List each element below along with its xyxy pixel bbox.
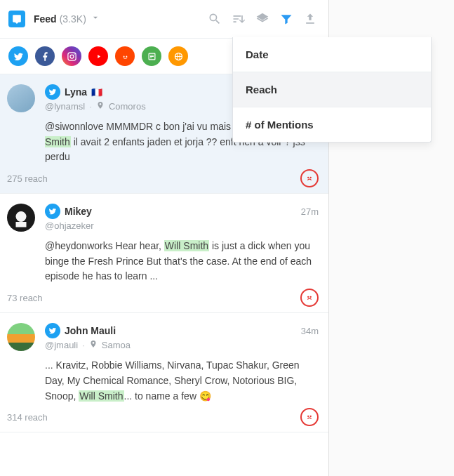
sentiment-negative-icon[interactable] <box>300 289 319 307</box>
svg-point-13 <box>310 177 311 178</box>
brand-icon[interactable] <box>8 11 25 27</box>
dropdown-item-date[interactable]: Date <box>233 37 431 72</box>
avatar[interactable] <box>7 323 35 351</box>
avatar[interactable] <box>7 204 35 232</box>
svg-rect-15 <box>16 222 27 227</box>
instagram-icon[interactable] <box>62 46 81 66</box>
feed-header: Feed (3.3K) <box>0 0 328 38</box>
filter-icon[interactable] <box>276 9 296 29</box>
reach-label: 275 reach <box>7 173 48 184</box>
sort-dropdown: Date Reach # of Mentions <box>232 37 432 143</box>
location-icon <box>96 101 105 112</box>
svg-point-4 <box>126 55 127 57</box>
dropdown-item-reach[interactable]: Reach <box>233 72 431 107</box>
svg-point-1 <box>70 55 74 58</box>
svg-point-19 <box>310 416 311 416</box>
search-icon[interactable] <box>205 9 225 29</box>
feed-count: (3.3K) <box>60 13 86 25</box>
avatar[interactable] <box>7 84 35 112</box>
chevron-down-icon[interactable] <box>91 13 100 25</box>
svg-point-3 <box>123 55 124 57</box>
location: Comoros <box>109 101 146 112</box>
reach-label: 314 reach <box>7 412 48 423</box>
display-name[interactable]: Mikey <box>65 206 92 217</box>
handle[interactable]: @lynamsl <box>45 101 85 112</box>
twitter-icon <box>45 204 60 219</box>
twitter-icon <box>45 323 60 338</box>
flag-icon: 🇫🇷 <box>91 87 102 98</box>
handle[interactable]: @ohjazeker <box>45 220 94 231</box>
reach-label: 73 reach <box>7 293 43 303</box>
location: Samoa <box>102 340 131 350</box>
sentiment-negative-icon[interactable] <box>300 408 319 426</box>
twitter-icon[interactable] <box>8 46 28 66</box>
highlight: Will Smith <box>79 390 123 402</box>
sort-icon[interactable] <box>229 9 248 29</box>
handle[interactable]: @jmauli <box>45 340 78 350</box>
news-icon[interactable] <box>142 46 161 66</box>
timestamp: 34m <box>301 326 319 336</box>
web-icon[interactable] <box>168 46 188 66</box>
svg-point-14 <box>16 211 27 222</box>
location-icon <box>89 340 98 350</box>
svg-point-16 <box>308 296 309 297</box>
right-panel: Date Reach # of Mentions <box>329 0 454 476</box>
svg-point-12 <box>308 177 309 178</box>
display-name[interactable]: Lyna <box>65 86 87 98</box>
post-body: @heydonworks Hear hear, Will Smith is ju… <box>45 239 319 284</box>
post-body: ... Kravitz, Robbie Williams, Nirvana, T… <box>45 358 319 404</box>
app-root: Feed (3.3K) <box>0 0 454 476</box>
svg-point-18 <box>308 416 309 416</box>
timestamp: 27m <box>301 206 319 217</box>
layers-icon[interactable] <box>253 9 272 29</box>
dropdown-item-mentions[interactable]: # of Mentions <box>233 107 431 142</box>
feed-title[interactable]: Feed <box>34 13 57 25</box>
facebook-icon[interactable] <box>35 46 55 66</box>
svg-point-2 <box>74 53 75 55</box>
sentiment-negative-icon[interactable] <box>300 169 319 187</box>
highlight: Will Smith <box>164 240 209 251</box>
youtube-icon[interactable] <box>88 46 108 66</box>
display-name[interactable]: John Mauli <box>65 325 116 336</box>
share-icon[interactable] <box>300 9 320 29</box>
svg-point-17 <box>310 296 311 297</box>
post-item[interactable]: Mikey 27m @ohjazeker @heydonworks Hear h… <box>0 194 328 313</box>
twitter-icon <box>45 84 60 100</box>
post-item[interactable]: John Mauli 34m @jmauli · Samoa ... Kravi… <box>0 313 328 432</box>
reddit-icon[interactable] <box>115 46 135 66</box>
